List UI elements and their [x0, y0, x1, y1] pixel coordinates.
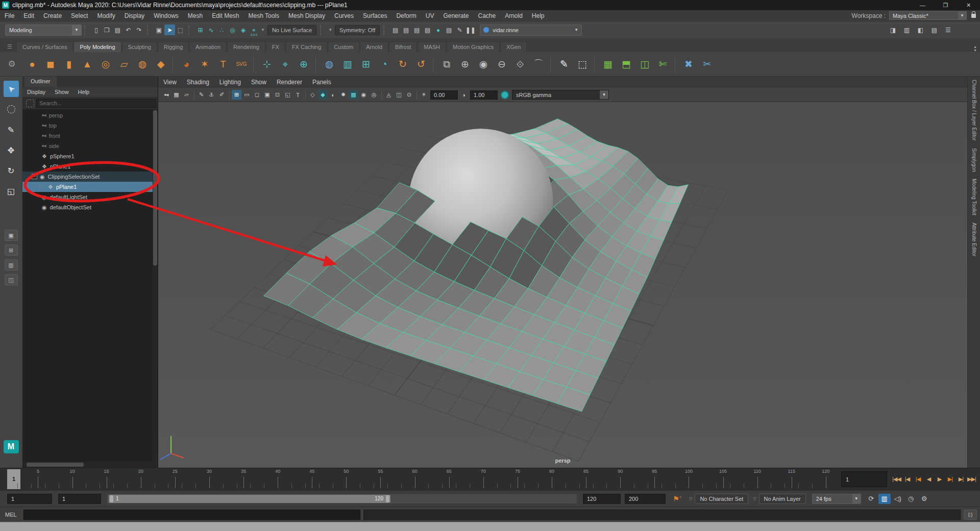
- outliner-item-defaultLightSet[interactable]: ◉defaultLightSet: [22, 192, 158, 202]
- loop-icon[interactable]: ⟳: [865, 494, 877, 504]
- svg-tool-icon[interactable]: SVG: [233, 56, 250, 73]
- outliner-item-side[interactable]: ■◀side: [22, 141, 158, 151]
- shelf-menu-icon[interactable]: ☰: [3, 43, 16, 52]
- outliner-item-pPlane1[interactable]: └❖pPlane1: [22, 182, 158, 192]
- outliner-tab[interactable]: Outliner: [24, 77, 57, 87]
- render-sequence-icon[interactable]: ▤: [411, 25, 422, 35]
- image-plane-icon[interactable]: ✎: [197, 90, 206, 100]
- panel-menu-panels[interactable]: Panels: [307, 79, 336, 86]
- uv-layout-icon[interactable]: ◫: [636, 56, 653, 73]
- anim-layer-selector[interactable]: No Anim Layer: [759, 494, 806, 504]
- shelf-tab-curves-surfaces[interactable]: Curves / Surfaces: [16, 41, 73, 52]
- outliner-horizontal-scrollbar[interactable]: [22, 462, 158, 468]
- shelf-tab-arnold[interactable]: Arnold: [360, 41, 388, 52]
- outliner-menu-display[interactable]: Display: [22, 89, 50, 95]
- symmetry-field[interactable]: Symmetry: Off: [335, 25, 380, 35]
- menu-cache[interactable]: Cache: [473, 10, 500, 21]
- render-settings-icon[interactable]: ▤: [422, 25, 433, 35]
- spin-edge-cw-icon[interactable]: ↻: [394, 56, 411, 73]
- play-backwards-button[interactable]: ◀: [923, 473, 934, 486]
- poly-platonic-icon[interactable]: ◆: [152, 56, 169, 73]
- move-tool[interactable]: ✥: [4, 142, 19, 158]
- undo-icon[interactable]: ↶: [123, 25, 134, 35]
- cone-star-icon[interactable]: ✶: [196, 56, 213, 73]
- wedge-faces-icon[interactable]: ◔: [376, 56, 393, 73]
- menu-curves[interactable]: Curves: [330, 10, 358, 21]
- shelf-tab-xgen[interactable]: XGen: [500, 41, 527, 52]
- user-account-menu[interactable]: vidar.rinne▼: [480, 25, 582, 36]
- outliner-item-defaultObjectSet[interactable]: ◉defaultObjectSet: [22, 202, 158, 212]
- shelf-tab-poly-modeling[interactable]: Poly Modeling: [74, 41, 121, 52]
- fps-dropdown[interactable]: 24 fps ▼: [812, 494, 861, 504]
- pause-viewport-icon[interactable]: ❚❚: [465, 25, 476, 35]
- layout-split-pane-button[interactable]: ▥: [5, 259, 18, 271]
- wireframe-mode-icon[interactable]: ◇: [308, 90, 317, 100]
- mirror-icon[interactable]: ⧉: [438, 56, 455, 73]
- layout-four-pane-button[interactable]: ⊞: [5, 245, 18, 256]
- outliner-item-pSphere1[interactable]: ❖pSphere1: [22, 151, 158, 161]
- menu-edit[interactable]: Edit: [19, 10, 39, 21]
- render-icon[interactable]: ▤: [390, 25, 401, 35]
- go-to-start-button[interactable]: |◀◀: [891, 473, 902, 486]
- playback-range-bar[interactable]: 1 120: [109, 495, 390, 503]
- timeline-playhead[interactable]: 1: [7, 469, 20, 489]
- poly-torus-icon[interactable]: ◎: [97, 56, 114, 73]
- outliner-toggle-icon[interactable]: ☰: [943, 25, 953, 35]
- contrast-icon[interactable]: ◑: [459, 90, 469, 100]
- snap-view-plane-icon[interactable]: ◈: [238, 25, 249, 35]
- type-tool-icon[interactable]: T: [214, 56, 232, 73]
- sidebar-tab-channel-box-layer-editor[interactable]: Channel Box / Layer Editor: [971, 80, 977, 141]
- poly-cone-icon[interactable]: ▲: [79, 56, 96, 73]
- shelf-tab-rigging[interactable]: Rigging: [158, 41, 189, 52]
- anim-layer-menu-icon[interactable]: ▽: [753, 496, 756, 501]
- minimize-button[interactable]: —: [911, 0, 934, 10]
- field-chart-icon[interactable]: ⊡: [273, 90, 282, 100]
- chevron-down-icon[interactable]: ▼: [261, 28, 265, 32]
- shelf-tab-animation[interactable]: Animation: [189, 41, 227, 52]
- expander-icon[interactable]: −: [32, 174, 37, 179]
- outliner-vertical-scrollbar[interactable]: [153, 109, 158, 462]
- uv-grid-icon[interactable]: ▦: [599, 56, 617, 73]
- workspace-lock-icon[interactable]: [971, 14, 976, 18]
- outliner-item-pPlane1[interactable]: ❖pPlane1: [22, 161, 158, 172]
- sweep-mesh-icon[interactable]: ◍: [321, 56, 338, 73]
- redo-icon[interactable]: ↷: [134, 25, 144, 35]
- rotate-tool[interactable]: ↻: [4, 162, 19, 179]
- gate-mask-icon[interactable]: ▣: [262, 90, 272, 100]
- ipr-render-icon[interactable]: ▤: [401, 25, 411, 35]
- workspace-dropdown[interactable]: Maya Classic* ▼: [889, 11, 967, 20]
- paint-select-tool[interactable]: ✎: [4, 122, 19, 138]
- boolean-union-icon[interactable]: ◉: [475, 56, 492, 73]
- range-end-handle[interactable]: [386, 495, 389, 502]
- character-set-menu-icon[interactable]: ▽: [689, 496, 692, 501]
- step-back-frame-button[interactable]: |◀: [902, 473, 913, 486]
- menu-windows[interactable]: Windows: [149, 10, 183, 21]
- viewport-canvas[interactable]: persp: [158, 102, 967, 468]
- shelf-tab-sculpting[interactable]: Sculpting: [122, 41, 157, 52]
- bookmark-view-icon[interactable]: ▱: [182, 90, 191, 100]
- scale-tool[interactable]: ◱: [4, 183, 19, 199]
- poly-plane-icon[interactable]: ▱: [115, 56, 133, 73]
- character-set-selector[interactable]: No Character Set: [695, 494, 748, 504]
- snap-curve-icon[interactable]: ∿: [206, 25, 216, 35]
- menu-surfaces[interactable]: Surfaces: [358, 10, 391, 21]
- step-forward-frame-button[interactable]: ▶|: [955, 473, 966, 486]
- camera-attributes-icon[interactable]: ▦: [172, 90, 181, 100]
- range-start-handle[interactable]: [110, 495, 113, 502]
- animation-end-field[interactable]: 200: [625, 494, 666, 504]
- chevron-down-icon[interactable]: ▼: [958, 12, 966, 19]
- film-gate-icon[interactable]: ▭: [242, 90, 252, 100]
- uv-cut-sew-icon[interactable]: ✄: [654, 56, 672, 73]
- timeline-ruler[interactable]: 1 51015202530354045505560657075808590951…: [7, 468, 836, 490]
- menu-edit-mesh[interactable]: Edit Mesh: [207, 10, 243, 21]
- new-scene-icon[interactable]: ▯: [91, 25, 102, 35]
- outliner-menu-show[interactable]: Show: [50, 89, 74, 95]
- panel-menu-renderer[interactable]: Renderer: [272, 79, 307, 86]
- combine-icon[interactable]: ⊕: [456, 56, 474, 73]
- chevron-down-icon[interactable]: ▼: [72, 25, 81, 35]
- uv-unfold-icon[interactable]: ⬒: [618, 56, 635, 73]
- snap-xyz-icon[interactable]: ⌖0,0,0: [249, 25, 259, 35]
- sphere-project-icon[interactable]: ◕: [178, 56, 195, 73]
- shadows-icon[interactable]: ▩: [349, 90, 358, 100]
- panel-menu-view[interactable]: View: [158, 79, 182, 86]
